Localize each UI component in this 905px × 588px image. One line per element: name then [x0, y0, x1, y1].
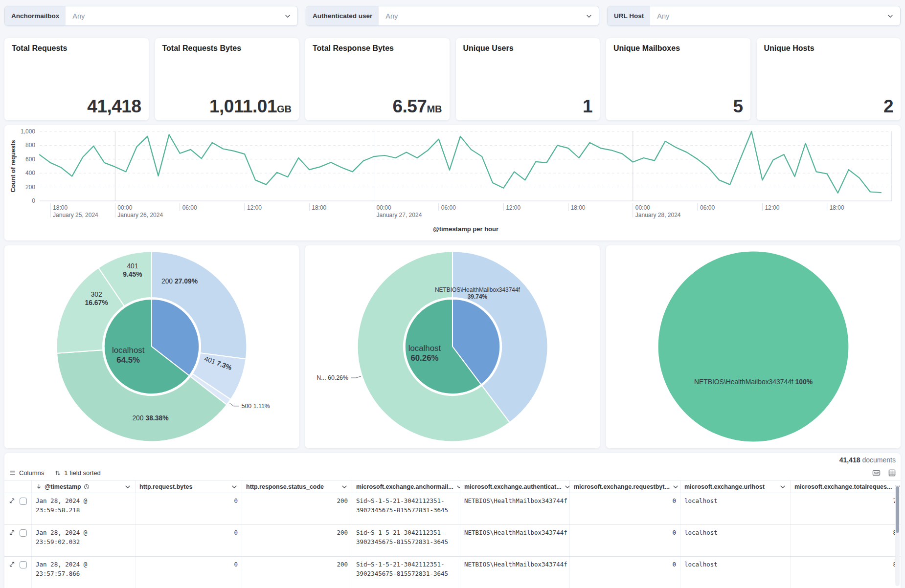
columns-icon	[9, 470, 16, 476]
filter-authenticated-user[interactable]: Authenticated user Any	[306, 6, 599, 26]
metric-title: Total Requests	[12, 44, 141, 53]
y-tick-label: 0	[32, 197, 35, 204]
cell-status-code: 200	[242, 493, 352, 524]
x-tick-time: 18:00	[312, 204, 326, 211]
cell-urlhost: localhost	[680, 525, 791, 556]
cell-timestamp: Jan 28, 2024 @ 23:59:02.032	[32, 525, 136, 556]
documents-word: documents	[862, 456, 896, 464]
metric-total-requests-bytes: Total Requests Bytes 1,011.01GB	[155, 38, 299, 120]
x-tick-date: January 28, 2024	[635, 212, 681, 218]
metric-title: Unique Hosts	[764, 44, 894, 53]
filter-url-host-label: URL Host	[608, 6, 650, 25]
row-checkbox[interactable]	[20, 498, 27, 505]
vertical-scrollbar[interactable]	[895, 485, 900, 586]
metrics-row: Total Requests 41,418 Total Requests Byt…	[4, 38, 901, 120]
documents-count-line: 41,418 documents	[4, 454, 901, 465]
header-exchange-requestbytes[interactable]: microsoft.exchange.requestbyt...	[570, 480, 680, 493]
filter-anchormailbox[interactable]: Anchormailbox Any	[4, 6, 298, 26]
cell-totalrequests: 7	[791, 493, 901, 524]
metric-title: Total Response Bytes	[313, 44, 442, 53]
cell-anchormailbox: Sid~S-1-5-21-3042112351-3902345675-81557…	[352, 525, 460, 556]
chevron-down-icon	[456, 483, 460, 490]
requests-line-series[interactable]	[40, 131, 881, 193]
expand-row-icon[interactable]	[9, 561, 15, 567]
cell-totalrequests: 8	[791, 525, 901, 556]
filter-anchormailbox-value[interactable]: Any	[66, 6, 284, 25]
header-request-bytes[interactable]: http.request.bytes	[136, 480, 242, 493]
filter-url-host-value[interactable]: Any	[650, 6, 887, 25]
cell-timestamp: Jan 28, 2024 @ 23:59:58.218	[32, 493, 136, 524]
row-checkbox[interactable]	[20, 561, 27, 568]
chevron-down-icon	[586, 6, 599, 25]
metric-title: Unique Users	[463, 44, 593, 53]
x-axis-title: @timestamp per hour	[433, 225, 498, 233]
table-row: Jan 28, 2024 @ 23:57:57.866 0 200 Sid~S-…	[4, 557, 901, 588]
table-row: Jan 28, 2024 @ 23:59:58.218 0 200 Sid~S-…	[4, 493, 901, 525]
x-tick-time: 12:00	[765, 204, 779, 211]
chevron-down-icon	[887, 6, 900, 25]
authenticated-user-pie[interactable]: NETBIOS\HealthMailbox343744f 100%	[606, 245, 901, 448]
cell-request-bytes: 0	[136, 493, 242, 524]
x-tick-time: 18:00	[53, 204, 68, 211]
documents-table-panel: 41,418 documents Columns 1 field sorted …	[4, 453, 901, 588]
pie-center-label: localhost60.26%	[408, 344, 441, 363]
pie-center-label: localhost64.5%	[112, 346, 145, 365]
cell-status-code: 200	[242, 525, 352, 556]
columns-button[interactable]: Columns	[9, 469, 44, 477]
requests-timeseries-panel: 02004006008001,00018:00January 25, 20240…	[4, 125, 901, 240]
columns-label: Columns	[19, 469, 44, 477]
keyboard-shortcuts-icon[interactable]	[872, 469, 881, 477]
x-tick-time: 12:00	[247, 204, 262, 211]
header-timestamp[interactable]: @timestamp	[32, 480, 136, 493]
metric-title: Total Requests Bytes	[162, 44, 292, 53]
header-urlhost[interactable]: microsoft.exchange.urlhost	[680, 480, 791, 493]
scrollbar-thumb[interactable]	[896, 486, 899, 533]
datagrid-toolbar: Columns 1 field sorted	[4, 465, 901, 480]
cell-exchange-requestbytes: 0	[570, 525, 680, 556]
chevron-down-icon	[341, 483, 348, 490]
filter-bar: Anchormailbox Any Authenticated user Any…	[4, 6, 901, 26]
metric-total-requests: Total Requests 41,418	[4, 38, 149, 120]
cell-request-bytes: 0	[136, 557, 242, 588]
y-axis-title: Count of requests	[10, 140, 17, 192]
pie-slice-label: 200 27.09%	[161, 277, 198, 285]
chevron-down-icon	[231, 483, 238, 490]
x-tick-time: 06:00	[700, 204, 715, 211]
x-tick-time: 18:00	[570, 204, 585, 211]
metric-value: 41,418	[87, 96, 141, 116]
x-tick-date: January 27, 2024	[377, 212, 422, 218]
pie-label-leader-line	[229, 403, 239, 406]
header-status-code[interactable]: http.response.status_code	[242, 480, 352, 493]
status-by-host-pie-panel: 200 27.09%401 7.3%500 1.11%200 38.38%302…	[4, 245, 299, 448]
pie-slice[interactable]	[658, 252, 849, 442]
cell-urlhost: localhost	[680, 557, 791, 588]
header-totalrequests[interactable]: microsoft.exchange.totalreques...	[791, 480, 901, 493]
pie-slice-label: 200 38.38%	[132, 414, 168, 422]
cell-totalrequests: 8	[791, 557, 901, 588]
x-tick-time: 00:00	[117, 204, 132, 211]
metric-value: 5	[733, 96, 743, 116]
expand-row-icon[interactable]	[9, 498, 15, 504]
requests-timeseries-chart[interactable]: 02004006008001,00018:00January 25, 20240…	[8, 128, 897, 238]
status-by-host-pie[interactable]: 200 27.09%401 7.3%500 1.11%200 38.38%302…	[4, 245, 299, 448]
header-anchormailbox[interactable]: microsoft.exchange.anchormail...	[352, 480, 460, 493]
cell-timestamp: Jan 28, 2024 @ 23:57:57.866	[32, 557, 136, 588]
row-checkbox[interactable]	[20, 529, 27, 537]
filter-authenticated-user-value[interactable]: Any	[379, 6, 586, 25]
chevron-down-icon	[779, 483, 786, 490]
filter-url-host[interactable]: URL Host Any	[607, 6, 901, 26]
metric-unique-mailboxes: Unique Mailboxes 5	[606, 38, 750, 120]
sort-fields-button[interactable]: 1 field sorted	[55, 469, 100, 477]
y-tick-label: 1,000	[21, 128, 35, 135]
x-tick-time: 00:00	[377, 204, 391, 211]
y-tick-label: 800	[25, 142, 35, 149]
metric-value: 1,011.01	[209, 96, 277, 116]
expand-row-icon[interactable]	[9, 529, 15, 536]
pie-callout-label: N... 60.26%	[317, 374, 348, 381]
pie-callout-label: 500 1.11%	[242, 403, 270, 410]
user-by-host-pie[interactable]: NETBIOS\HealthMailbox343744f39.74%N... 6…	[305, 245, 600, 448]
metric-unique-hosts: Unique Hosts 2	[757, 38, 901, 120]
header-authenticated-user[interactable]: microsoft.exchange.authenticat...	[460, 480, 570, 493]
metric-value: 6.57	[392, 96, 427, 116]
display-options-icon[interactable]	[888, 469, 896, 477]
